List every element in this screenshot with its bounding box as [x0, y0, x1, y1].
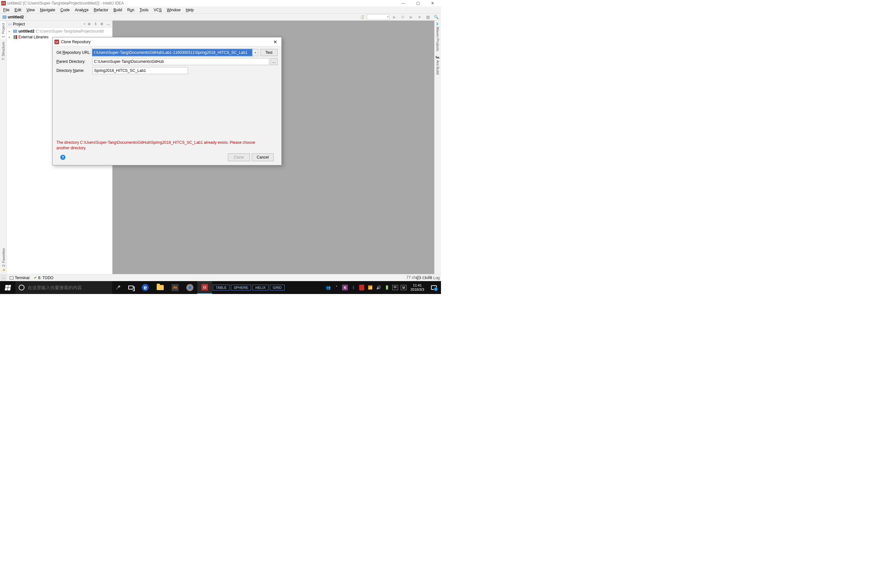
menu-run[interactable]: Run	[125, 7, 137, 13]
parent-dir-input[interactable]	[92, 58, 269, 65]
status-chars: 77 chars	[406, 275, 422, 280]
run-config-dropdown[interactable]: ▾	[367, 14, 389, 20]
taskbar-search-input[interactable]	[28, 285, 109, 290]
ant-icon: 🐜	[436, 55, 440, 59]
taskbar-app-intellij[interactable]: IJ	[197, 281, 212, 294]
git-url-dropdown-button[interactable]: ▾	[252, 49, 258, 56]
tab-favorites[interactable]: ★ 2: Favorites	[1, 246, 6, 274]
tray-ime-mode[interactable]: M	[399, 285, 408, 290]
tray-onenote[interactable]: N	[341, 285, 349, 291]
start-button[interactable]	[0, 281, 15, 294]
breadcrumb[interactable]: untitled2 〉	[1, 15, 29, 20]
taskbar-app-matlab[interactable]	[168, 281, 183, 294]
system-tray: 👥 ˄ N ᛒ 📶 🔊 🔋 中 M 11:41 2018/3/3 3	[324, 281, 441, 294]
project-view-selector[interactable]: Project ▾	[13, 22, 85, 26]
browser-icon	[186, 284, 194, 291]
tab-project[interactable]: 1: Project	[1, 21, 6, 40]
window-titlebar: IJ untitled2 [C:\Users\Super-Tang\IdeaPr…	[0, 0, 441, 6]
tray-overflow-button[interactable]: ˄	[332, 285, 341, 290]
project-view-label: Project	[13, 22, 25, 26]
dialog-titlebar: IJ Clone Repository ✕	[52, 38, 281, 46]
cancel-button[interactable]: Cancel	[252, 153, 274, 161]
task-view-button[interactable]	[124, 286, 138, 290]
todo-tool-button[interactable]: ✔6: TODO	[34, 276, 54, 280]
tray-battery[interactable]: 🔋	[382, 285, 391, 290]
run-button[interactable]: ▶	[391, 14, 398, 20]
menu-refactor[interactable]: Refactor	[91, 7, 111, 13]
ime-zh-icon: 中	[392, 285, 398, 290]
intellij-icon: IJ	[201, 284, 208, 291]
tray-bluetooth[interactable]: ᛒ	[349, 285, 357, 290]
taskbar-app-browser[interactable]	[183, 281, 197, 294]
breadcrumb-project: untitled2	[8, 15, 24, 20]
scroll-to-source-icon[interactable]: ⊕	[86, 22, 92, 27]
status-position: 1:78	[424, 275, 432, 280]
menu-analyze[interactable]: Analyze	[72, 7, 91, 13]
tab-structure[interactable]: 7: Structure	[1, 40, 6, 62]
menu-vcs[interactable]: VCS	[151, 7, 164, 13]
window-title: untitled2 [C:\Users\Super-Tang\IdeaProje…	[7, 1, 396, 6]
menu-build[interactable]: Build	[111, 7, 125, 13]
microphone-icon[interactable]: 🎤	[112, 285, 124, 290]
taskbar-clock[interactable]: 11:41 2018/3/3	[408, 284, 427, 292]
people-button[interactable]: 👥	[324, 285, 332, 290]
clock-time: 11:41	[410, 284, 424, 288]
hide-panel-icon[interactable]: —	[106, 22, 111, 27]
tab-sphere[interactable]: SPHERE	[231, 285, 251, 291]
tree-root-path: C:\Users\Super-Tang\IdeaProjects\untitl	[36, 29, 104, 33]
tab-table[interactable]: TABLE	[213, 285, 230, 291]
tray-mcafee[interactable]	[357, 285, 366, 291]
intellij-icon: IJ	[54, 40, 59, 44]
tool-windows-toggle[interactable]: ◱	[1, 275, 6, 280]
close-button[interactable]: ✕	[425, 0, 440, 6]
settings-gear-icon[interactable]: ⚙	[99, 22, 105, 27]
debug-button[interactable]: ⚙	[399, 14, 406, 20]
vcs-update-icon[interactable]: ↓1001	[358, 14, 366, 20]
tray-ime-lang[interactable]: 中	[391, 285, 399, 290]
tab-ant[interactable]: 🐜Ant Build	[435, 53, 441, 76]
menu-file[interactable]: File	[1, 7, 12, 13]
browse-button[interactable]: ...	[270, 58, 278, 65]
clone-button[interactable]: Clone	[228, 153, 250, 161]
coverage-button[interactable]: ▶	[408, 14, 415, 20]
tab-grid[interactable]: GRID	[270, 285, 285, 291]
test-button[interactable]: Test	[260, 49, 278, 56]
taskbar-search[interactable]	[15, 281, 112, 294]
git-url-input[interactable]	[92, 49, 252, 56]
terminal-tool-button[interactable]: Terminal	[10, 276, 29, 280]
folder-icon	[157, 285, 164, 290]
project-structure-button[interactable]: ▤	[424, 14, 431, 20]
minimize-button[interactable]: —	[396, 0, 411, 6]
expand-arrow-icon[interactable]: ▸	[9, 30, 12, 33]
search-everywhere-button[interactable]: 🔍	[433, 14, 440, 20]
label-dir-name: Directory Name:	[56, 68, 93, 73]
navigation-bar: untitled2 〉 ↓1001 ▾ ▶ ⚙ ▶ ■ ▤ 🔍	[0, 14, 441, 21]
action-center-button[interactable]: 3	[427, 285, 441, 290]
directory-name-input[interactable]	[93, 67, 188, 74]
chevron-down-icon: ▾	[84, 22, 85, 26]
taskbar-app-edge[interactable]: e	[138, 281, 153, 294]
menu-tools[interactable]: Tools	[137, 7, 151, 13]
menu-view[interactable]: View	[24, 7, 38, 13]
tray-volume[interactable]: 🔊	[374, 285, 382, 290]
tray-wifi[interactable]: 📶	[366, 285, 374, 290]
folder-icon	[13, 30, 17, 33]
help-button[interactable]: ?	[60, 155, 66, 160]
menu-window[interactable]: Window	[164, 7, 183, 13]
chevron-right-icon: 〉	[25, 15, 28, 19]
maximize-button[interactable]: ▢	[411, 0, 425, 6]
menu-help[interactable]: Help	[183, 7, 196, 13]
task-view-icon	[128, 286, 134, 290]
tree-root[interactable]: ▸ untitled2 C:\Users\Super-Tang\IdeaProj…	[7, 28, 112, 34]
taskbar-app-explorer[interactable]	[153, 281, 168, 294]
expand-arrow-icon[interactable]: ▸	[9, 36, 12, 39]
stop-button[interactable]: ■	[416, 14, 423, 20]
dialog-close-button[interactable]: ✕	[271, 39, 279, 45]
tab-maven[interactable]: mMaven Projects	[435, 21, 440, 53]
collapse-all-icon[interactable]: ⥮	[93, 22, 98, 27]
main-menu-bar: File Edit View Navigate Code Analyze Ref…	[0, 6, 441, 14]
menu-navigate[interactable]: Navigate	[38, 7, 58, 13]
menu-edit[interactable]: Edit	[12, 7, 24, 13]
tab-helix[interactable]: HELIX	[252, 285, 268, 291]
menu-code[interactable]: Code	[58, 7, 72, 13]
